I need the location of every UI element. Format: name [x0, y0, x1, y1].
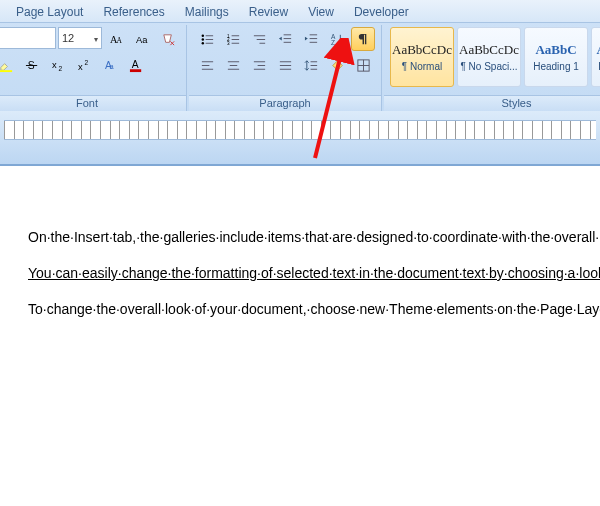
document-page: On·the·Insert·tab,·the·galleries·include…: [0, 166, 600, 320]
style-caption: ¶ No Spaci...: [460, 61, 517, 72]
show-hide-marks-button[interactable]: [351, 27, 375, 51]
style-preview: AaBbCcDc: [459, 42, 519, 58]
tab-review[interactable]: Review: [239, 2, 298, 22]
group-styles: AaBbCcDc ¶ Normal AaBbCcDc ¶ No Spaci...…: [384, 25, 600, 111]
font-color-button[interactable]: A: [124, 53, 148, 77]
font-size-combo[interactable]: 12: [58, 27, 102, 49]
tab-developer[interactable]: Developer: [344, 2, 419, 22]
highlight-color-button[interactable]: [0, 53, 18, 77]
numbering-button[interactable]: 123: [221, 27, 245, 51]
strikethrough-button[interactable]: S: [20, 53, 44, 77]
document-body[interactable]: On·the·Insert·tab,·the·galleries·include…: [28, 226, 572, 320]
tab-page-layout[interactable]: Page Layout: [6, 2, 93, 22]
tab-references[interactable]: References: [93, 2, 174, 22]
bullets-button[interactable]: [195, 27, 219, 51]
svg-text:Z: Z: [330, 39, 334, 46]
svg-text:A: A: [131, 59, 138, 70]
tab-mailings[interactable]: Mailings: [175, 2, 239, 22]
paragraph-1[interactable]: On·the·Insert·tab,·the·galleries·include…: [28, 226, 572, 248]
paragraph-2[interactable]: You·can·easily·change·the·formatting·of·…: [28, 262, 572, 284]
style-heading-2[interactable]: AaBbC Heading: [591, 27, 600, 87]
svg-text:3: 3: [226, 41, 229, 46]
ribbon-tabs: Page Layout References Mailings Review V…: [0, 0, 600, 23]
group-paragraph: 123 AZ Paragraph: [189, 25, 382, 111]
style-preview: AaBbCcDc: [392, 42, 452, 58]
align-left-button[interactable]: [195, 53, 219, 77]
group-label-styles: Styles: [384, 95, 600, 111]
horizontal-ruler[interactable]: [4, 120, 596, 140]
svg-point-15: [201, 38, 203, 40]
increase-indent-button[interactable]: [299, 27, 323, 51]
subscript-button[interactable]: x2: [46, 53, 70, 77]
group-font: 12 AA Aa S x2 x2 Aa A Font: [0, 25, 187, 111]
style-preview: AaBbC: [535, 42, 576, 58]
style-caption: Heading 1: [533, 61, 579, 72]
style-preview: AaBbC: [596, 42, 600, 58]
paragraph-3[interactable]: To·change·the·overall·look·of·your·docum…: [28, 298, 572, 320]
svg-text:a: a: [109, 62, 114, 71]
align-center-button[interactable]: [221, 53, 245, 77]
ribbon: Page Layout References Mailings Review V…: [0, 0, 600, 166]
svg-rect-3: [0, 70, 12, 72]
sort-button[interactable]: AZ: [325, 27, 349, 51]
style-heading-1[interactable]: AaBbC Heading 1: [524, 27, 588, 87]
align-right-button[interactable]: [247, 53, 271, 77]
svg-point-14: [201, 34, 203, 36]
superscript-button[interactable]: x2: [72, 53, 96, 77]
line-spacing-button[interactable]: [299, 53, 323, 77]
justify-button[interactable]: [273, 53, 297, 77]
style-no-spacing[interactable]: AaBbCcDc ¶ No Spaci...: [457, 27, 521, 87]
font-size-value: 12: [62, 32, 74, 44]
decrease-indent-button[interactable]: [273, 27, 297, 51]
borders-button[interactable]: [351, 53, 375, 77]
style-normal[interactable]: AaBbCcDc ¶ Normal: [390, 27, 454, 87]
group-label-paragraph: Paragraph: [189, 95, 381, 111]
shading-button[interactable]: [325, 53, 349, 77]
grow-font-button[interactable]: AA: [104, 27, 128, 51]
svg-point-16: [201, 42, 203, 44]
font-name-combo[interactable]: [0, 27, 56, 49]
tab-view[interactable]: View: [298, 2, 344, 22]
svg-text:Aa: Aa: [135, 35, 147, 45]
text-effects-button[interactable]: Aa: [98, 53, 122, 77]
clear-formatting-button[interactable]: [156, 27, 180, 51]
svg-text:A: A: [116, 36, 122, 45]
group-label-font: Font: [0, 95, 186, 111]
svg-text:x: x: [77, 62, 82, 72]
svg-text:x: x: [51, 60, 56, 70]
svg-text:2: 2: [58, 65, 62, 72]
svg-rect-13: [129, 69, 140, 72]
ruler-area: [0, 111, 600, 165]
svg-text:2: 2: [84, 58, 88, 65]
style-caption: ¶ Normal: [402, 61, 442, 72]
change-case-button[interactable]: Aa: [130, 27, 154, 51]
multilevel-list-button[interactable]: [247, 27, 271, 51]
